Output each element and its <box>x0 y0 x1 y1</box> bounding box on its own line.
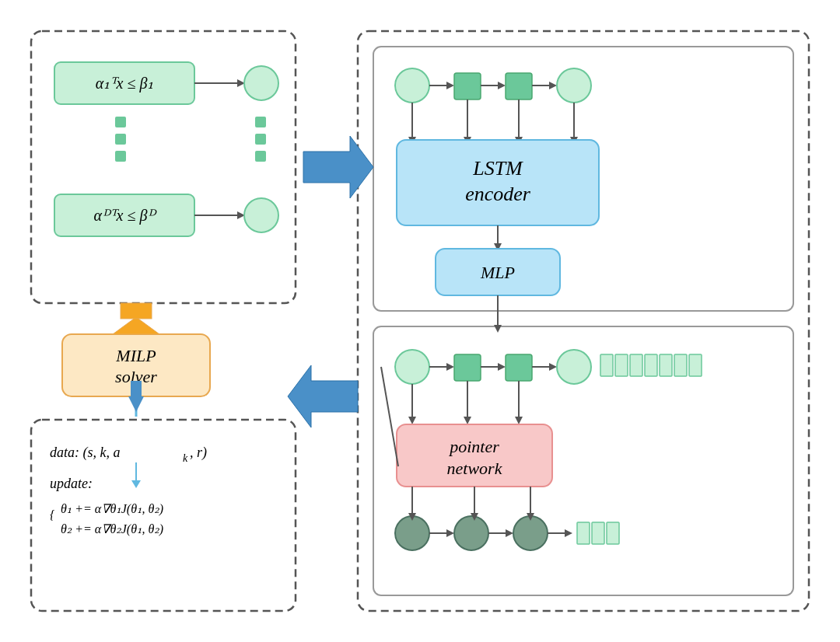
svg-text:pointer: pointer <box>448 437 499 456</box>
svg-rect-12 <box>115 134 126 145</box>
svg-rect-70 <box>506 354 532 381</box>
svg-rect-100 <box>577 522 590 544</box>
svg-text:MLP: MLP <box>480 263 515 282</box>
svg-marker-40 <box>446 82 454 89</box>
svg-rect-77 <box>645 354 657 376</box>
svg-text:network: network <box>447 459 503 478</box>
svg-marker-69 <box>498 363 506 371</box>
svg-marker-66 <box>446 363 454 371</box>
svg-marker-43 <box>498 82 506 89</box>
svg-rect-78 <box>660 354 672 376</box>
svg-rect-41 <box>454 73 481 99</box>
svg-rect-101 <box>592 522 604 544</box>
svg-marker-99 <box>565 529 572 537</box>
svg-text:{: { <box>50 508 55 522</box>
svg-point-91 <box>395 516 429 550</box>
svg-point-38 <box>395 68 429 103</box>
svg-rect-76 <box>630 354 642 376</box>
svg-rect-80 <box>689 354 702 376</box>
svg-rect-75 <box>615 354 628 376</box>
svg-rect-67 <box>454 354 481 381</box>
svg-rect-13 <box>115 151 126 162</box>
svg-marker-96 <box>506 529 513 537</box>
svg-line-90 <box>381 367 398 466</box>
diagram-svg: α₁ᵀx ≤ β₁ αᴰᵀx ≤ βᴰ MILP solver <box>16 16 824 626</box>
svg-text:LSTM: LSTM <box>472 157 523 180</box>
svg-marker-86 <box>515 417 523 424</box>
svg-marker-72 <box>549 363 557 371</box>
svg-point-5 <box>244 66 278 100</box>
svg-text:MILP: MILP <box>115 346 156 365</box>
svg-rect-14 <box>255 117 266 127</box>
svg-text:encoder: encoder <box>465 183 531 205</box>
svg-point-47 <box>557 68 591 103</box>
svg-rect-44 <box>506 73 532 99</box>
svg-marker-93 <box>446 529 454 537</box>
svg-rect-15 <box>255 134 266 145</box>
svg-text:α₁ᵀx ≤ β₁: α₁ᵀx ≤ β₁ <box>96 75 154 92</box>
svg-marker-82 <box>408 417 416 424</box>
svg-text:θ₁ += α∇θ₁J(θ₁, θ₂): θ₁ += α∇θ₁J(θ₁, θ₂) <box>61 502 163 516</box>
svg-point-94 <box>454 516 488 550</box>
svg-marker-35 <box>131 480 141 488</box>
svg-text:update:: update: <box>50 476 93 491</box>
svg-text:αᴰᵀx ≤ βᴰ: αᴰᵀx ≤ βᴰ <box>94 207 158 225</box>
svg-rect-79 <box>674 354 687 376</box>
svg-marker-112 <box>494 325 502 333</box>
svg-point-97 <box>513 516 548 550</box>
svg-marker-110 <box>288 365 358 427</box>
svg-rect-16 <box>255 151 266 162</box>
svg-point-64 <box>395 350 429 384</box>
svg-rect-21 <box>121 303 152 319</box>
svg-marker-84 <box>464 417 471 424</box>
svg-point-73 <box>557 350 591 384</box>
svg-marker-20 <box>113 317 159 334</box>
svg-marker-109 <box>303 136 373 198</box>
svg-text:k: k <box>183 452 188 464</box>
svg-rect-102 <box>607 522 619 544</box>
svg-point-10 <box>244 198 278 232</box>
svg-text:, r): , r) <box>190 445 207 461</box>
svg-text:data:   (s, k, a: data: (s, k, a <box>50 445 120 461</box>
svg-rect-74 <box>600 354 613 376</box>
svg-rect-29 <box>131 381 142 400</box>
svg-marker-46 <box>549 82 557 89</box>
svg-rect-11 <box>115 117 126 127</box>
main-container: α₁ᵀx ≤ β₁ αᴰᵀx ≤ βᴰ MILP solver <box>0 0 840 642</box>
svg-text:θ₂ += α∇θ₂J(θ₁, θ₂): θ₂ += α∇θ₂J(θ₁, θ₂) <box>61 522 163 536</box>
